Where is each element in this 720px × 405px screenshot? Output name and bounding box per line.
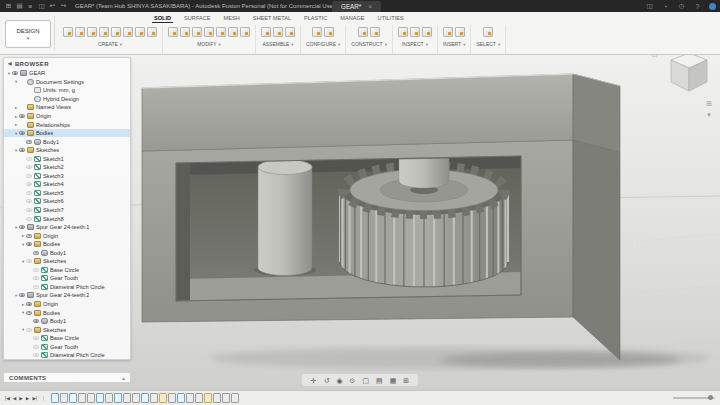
apps-grid-icon[interactable]: ⊞ [4, 2, 13, 10]
visibility-eye-icon[interactable] [33, 336, 39, 340]
orbit-icon[interactable]: ↺ [324, 377, 330, 384]
visibility-eye-icon[interactable] [26, 302, 32, 306]
visibility-eye-icon[interactable] [26, 259, 32, 263]
avatar[interactable] [709, 3, 716, 10]
tree-item[interactable]: Sketch8 [4, 214, 130, 223]
visibility-eye-icon[interactable] [12, 71, 18, 75]
timeline-feature-sketch[interactable] [177, 393, 185, 403]
tree-item[interactable]: Sketch1 [4, 154, 130, 163]
tree-item[interactable]: Sketch4 [4, 180, 130, 189]
file-menu-icon[interactable]: ≡ [26, 3, 35, 10]
tool-icon[interactable] [455, 27, 465, 37]
tool-icon[interactable] [261, 27, 271, 37]
go-to-start-icon[interactable]: |◀ [5, 396, 10, 401]
timeline-feature-component[interactable] [159, 393, 167, 403]
tree-item[interactable]: Sketch3 [4, 172, 130, 181]
ribbon-tab-plastic[interactable]: PLASTIC [302, 14, 329, 23]
tree-item[interactable]: ▾Bodies [4, 240, 130, 249]
tree-item[interactable]: Body1 [4, 317, 130, 326]
tree-item[interactable]: Units: mm, g [4, 86, 130, 95]
visibility-eye-icon[interactable] [33, 268, 39, 272]
visibility-eye-icon[interactable] [26, 199, 32, 203]
step-forward-icon[interactable]: ▶ [26, 396, 30, 401]
undo-icon[interactable]: ↩ [48, 2, 57, 10]
ribbon-group-label[interactable]: SELECT ▾ [476, 41, 500, 47]
timeline-feature-feature[interactable] [60, 393, 68, 403]
tree-item[interactable]: Sketch7 [4, 206, 130, 215]
visibility-eye-icon[interactable] [19, 114, 25, 118]
grid-settings-icon[interactable]: ▦ [390, 377, 397, 384]
tree-item[interactable]: Sketch6 [4, 197, 130, 206]
tree-item[interactable]: ▾Bodies [4, 129, 130, 138]
tool-icon[interactable] [324, 27, 334, 37]
fit-icon[interactable]: ▢ [362, 377, 369, 384]
caret-icon[interactable]: ▸ [13, 122, 19, 127]
document-tab[interactable]: GEAR* × [332, 1, 381, 12]
timeline-feature-feature[interactable] [195, 393, 203, 403]
timeline-feature-feature[interactable] [222, 393, 230, 403]
go-to-end-icon[interactable]: ▶| [32, 396, 37, 401]
timeline-feature-feature[interactable] [123, 393, 131, 403]
timeline-feature-sketch[interactable] [141, 393, 149, 403]
tool-icon[interactable] [204, 27, 214, 37]
visibility-eye-icon[interactable] [26, 311, 32, 315]
tree-item[interactable]: ▾Document Settings [4, 78, 130, 87]
ribbon-group-label[interactable]: INSPECT ▾ [402, 41, 428, 47]
visibility-eye-icon[interactable] [26, 234, 32, 238]
slider-knob[interactable] [708, 395, 713, 400]
tool-icon[interactable] [135, 27, 145, 37]
visibility-eye-icon[interactable] [26, 217, 32, 221]
ribbon-group-label[interactable]: CREATE ▾ [98, 41, 122, 47]
tree-item[interactable]: Diametral Pitch Circle [4, 283, 130, 292]
ribbon-group-label[interactable]: INSERT ▾ [443, 41, 466, 47]
tree-item[interactable]: ▾Sketches [4, 257, 130, 266]
tool-icon[interactable] [87, 27, 97, 37]
tree-item[interactable]: Body1 [4, 248, 130, 257]
look-at-icon[interactable]: ◉ [337, 377, 343, 384]
ribbon-tab-surface[interactable]: SURFACE [182, 14, 212, 23]
tool-icon[interactable] [216, 27, 226, 37]
tool-icon[interactable] [228, 27, 238, 37]
tree-item[interactable]: Base Circle [4, 334, 130, 343]
tree-item[interactable]: ▸Origin [4, 300, 130, 309]
tool-icon[interactable] [410, 27, 420, 37]
tree-item[interactable]: Body1 [4, 137, 130, 146]
tool-icon[interactable] [180, 27, 190, 37]
timeline-feature-sketch[interactable] [114, 393, 122, 403]
visibility-eye-icon[interactable] [26, 140, 32, 144]
timeline-feature-feature[interactable] [87, 393, 95, 403]
visibility-eye-icon[interactable] [26, 174, 32, 178]
collapse-caret-icon[interactable]: ◀ [8, 61, 12, 66]
tree-item[interactable]: ▾Sketches [4, 325, 130, 334]
play-icon[interactable]: ▶ [19, 396, 23, 401]
slider-track[interactable] [673, 397, 715, 399]
comments-bar[interactable]: COMMENTS ▴ [3, 372, 131, 383]
ribbon-tab-mesh[interactable]: MESH [222, 14, 242, 23]
visibility-eye-icon[interactable] [33, 345, 39, 349]
visibility-eye-icon[interactable] [19, 148, 25, 152]
timeline-feature-feature[interactable] [105, 393, 113, 403]
step-back-icon[interactable]: ◀ [13, 396, 17, 401]
visibility-eye-icon[interactable] [26, 182, 32, 186]
expand-caret-icon[interactable]: ▴ [122, 375, 125, 381]
visibility-eye-icon[interactable] [26, 208, 32, 212]
help-icon[interactable]: ? [693, 3, 702, 10]
timeline-feature-feature[interactable] [213, 393, 221, 403]
tree-item[interactable]: ▸Origin [4, 231, 130, 240]
ribbon-tab-utilities[interactable]: UTILITIES [376, 14, 406, 23]
tool-icon[interactable] [370, 27, 380, 37]
tree-item[interactable]: ▾Bodies [4, 308, 130, 317]
timeline-feature-sketch[interactable] [69, 393, 77, 403]
tab-close-icon[interactable]: × [368, 3, 372, 10]
redo-icon[interactable]: ↪ [59, 2, 68, 10]
tool-icon[interactable] [273, 27, 283, 37]
tool-icon[interactable] [285, 27, 295, 37]
visibility-eye-icon[interactable] [19, 293, 25, 297]
ribbon-group-label[interactable]: ASSEMBLE ▾ [262, 41, 293, 47]
visibility-eye-icon[interactable] [26, 191, 32, 195]
tree-item[interactable]: Gear Tooth [4, 343, 130, 352]
browser-header[interactable]: ◀ BROWSER [4, 58, 130, 69]
ribbon-tab-sheet-metal[interactable]: SHEET METAL [251, 14, 293, 23]
timeline-feature-feature[interactable] [168, 393, 176, 403]
timeline-feature-feature[interactable] [231, 393, 239, 403]
